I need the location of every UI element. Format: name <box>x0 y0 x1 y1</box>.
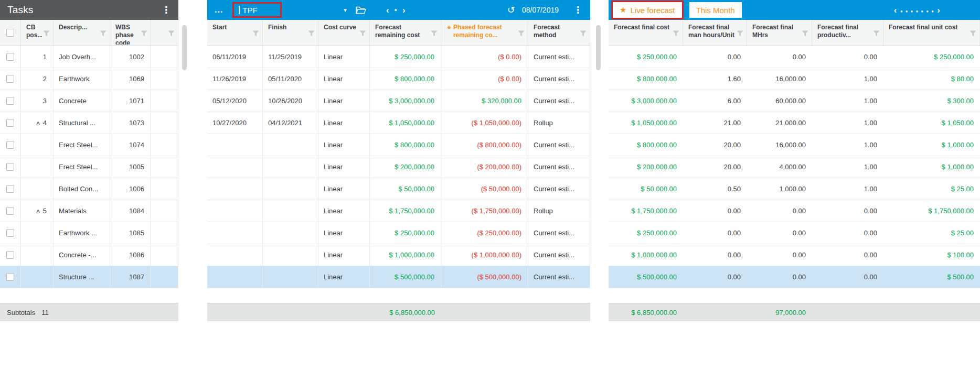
vertical-scrollbar[interactable] <box>182 21 187 318</box>
column-header-phased-forecast-remaining[interactable]: ★Phased forecast remaining co... <box>441 20 528 46</box>
filter-funnel-icon[interactable] <box>252 30 259 37</box>
chevron-left-icon[interactable]: ‹ <box>892 6 899 15</box>
forecast-row-1[interactable]: $ 250,000.000.000.000.00$ 250,000.00 <box>609 46 980 68</box>
cost-row-7[interactable]: Linear$ 50,000.00($ 50,000.00)Current es… <box>207 178 590 200</box>
filter-funnel-icon[interactable] <box>518 30 525 37</box>
task-row-7[interactable]: Bolted Con...1006 <box>0 178 178 200</box>
cost-row-11[interactable]: Linear$ 500,000.00($ 500,000.00)Current … <box>207 266 590 288</box>
scrollbar-thumb[interactable] <box>182 25 187 70</box>
filter-funnel-icon[interactable] <box>359 30 366 37</box>
page-dot[interactable]: ● <box>926 9 929 14</box>
forecast-row-3[interactable]: $ 3,000,000.006.0060,000.001.00$ 300.00 <box>609 90 980 112</box>
column-header-wbs-phase-code[interactable]: WBS phase code <box>110 20 151 46</box>
history-refresh-icon[interactable]: ↺ <box>507 4 515 16</box>
task-row-10[interactable]: Concrete -...1086 <box>0 244 178 266</box>
collapse-icon[interactable]: ∧ <box>36 120 41 126</box>
row-checkbox[interactable] <box>6 185 14 193</box>
filter-funnel-icon[interactable] <box>431 30 438 37</box>
forecast-row-9[interactable]: $ 250,000.000.000.000.00$ 25.00 <box>609 222 980 244</box>
task-row-1[interactable]: 1Job Overh...1002 <box>0 46 178 68</box>
data-date[interactable]: 08/07/2019 <box>522 6 559 14</box>
row-checkbox[interactable] <box>6 229 14 237</box>
chevron-right-icon[interactable]: › <box>400 6 408 15</box>
filter-funnel-icon[interactable] <box>873 30 880 37</box>
kebab-menu-icon[interactable]: ⋮ <box>566 4 590 16</box>
row-checkbox[interactable] <box>6 97 14 105</box>
forecast-row-5[interactable]: $ 800,000.0020.0016,000.001.00$ 1,000.00 <box>609 134 980 156</box>
select-all-checkbox[interactable] <box>6 29 14 37</box>
task-row-5[interactable]: Erect Steel...1074 <box>0 134 178 156</box>
view-name-input[interactable]: TPF <box>232 2 282 18</box>
filter-funnel-icon[interactable] <box>141 30 147 37</box>
column-header-cb-position[interactable]: CB pos... <box>21 20 54 46</box>
row-checkbox[interactable] <box>6 251 14 259</box>
row-checkbox[interactable] <box>6 75 14 83</box>
cost-row-5[interactable]: Linear$ 800,000.00($ 800,000.00)Current … <box>207 134 590 156</box>
column-header-finish[interactable]: Finish <box>263 20 318 46</box>
column-header-forecast-final-mhrs[interactable]: Forecast final MHrs <box>747 20 812 46</box>
forecast-row-11[interactable]: $ 500,000.000.000.000.00$ 500.00 <box>609 266 980 288</box>
task-row-6[interactable]: Erect Steel...1005 <box>0 156 178 178</box>
column-header-select[interactable] <box>0 20 21 46</box>
task-row-3[interactable]: 3Concrete1071 <box>0 90 178 112</box>
tab-this-month[interactable]: This Month <box>689 2 742 18</box>
filter-funnel-icon[interactable] <box>673 30 679 37</box>
column-header-forecast-final-man-hours-unit[interactable]: Forecast final man hours/Unit <box>683 20 747 46</box>
column-header-forecast-final-unit-cost[interactable]: Forecast final unit cost <box>883 20 980 46</box>
cost-row-1[interactable]: 06/11/201911/25/2019Linear$ 250,000.00($… <box>207 46 590 68</box>
forecast-row-7[interactable]: $ 50,000.000.501,000.001.00$ 25.00 <box>609 178 980 200</box>
column-header-forecast-final-cost[interactable]: Forecast final cost <box>609 20 683 46</box>
page-dot[interactable]: ● <box>900 9 903 14</box>
row-checkbox[interactable] <box>6 273 14 281</box>
tab-live-forecast[interactable]: ★ Live forecast <box>613 2 682 18</box>
column-header-blank[interactable] <box>151 20 178 46</box>
filter-funnel-icon[interactable] <box>580 30 587 37</box>
row-checkbox[interactable] <box>6 163 14 171</box>
cost-row-4[interactable]: 10/27/202004/12/2021Linear$ 1,050,000.00… <box>207 112 590 134</box>
task-row-2[interactable]: 2Earthwork1069 <box>0 68 178 90</box>
forecast-row-2[interactable]: $ 800,000.001.6016,000.001.00$ 80.00 <box>609 68 980 90</box>
kebab-menu-icon[interactable]: ⋮ <box>154 4 178 16</box>
caret-down-icon[interactable]: ▾ <box>344 7 347 14</box>
page-dot[interactable]: ● <box>931 9 934 14</box>
vertical-scrollbar[interactable] <box>596 21 601 318</box>
cost-row-3[interactable]: 05/12/202010/26/2020Linear$ 3,000,000.00… <box>207 90 590 112</box>
forecast-row-6[interactable]: $ 200,000.0020.004,000.001.00$ 1,000.00 <box>609 156 980 178</box>
chevron-right-icon[interactable]: › <box>935 6 942 15</box>
column-header-forecast-final-productivity[interactable]: Forecast final productiv... <box>812 20 883 46</box>
filter-funnel-icon[interactable] <box>737 30 743 37</box>
column-header-cost-curve[interactable]: Cost curve <box>318 20 370 46</box>
page-dot[interactable]: ● <box>915 9 918 14</box>
open-folder-icon[interactable] <box>356 6 366 14</box>
row-checkbox[interactable] <box>6 207 14 215</box>
filter-funnel-icon[interactable] <box>970 30 976 37</box>
column-header-start[interactable]: Start <box>207 20 263 46</box>
row-checkbox[interactable] <box>6 141 14 149</box>
collapse-icon[interactable]: ∧ <box>36 208 41 214</box>
cost-row-2[interactable]: 11/26/201905/11/2020Linear$ 800,000.00($… <box>207 68 590 90</box>
forecast-row-10[interactable]: $ 1,000,000.000.000.000.00$ 100.00 <box>609 244 980 266</box>
filter-funnel-icon[interactable] <box>43 30 50 37</box>
column-header-description[interactable]: Descrip... <box>54 20 110 46</box>
task-row-8[interactable]: ∧5Materials1084 <box>0 200 178 222</box>
filter-funnel-icon[interactable] <box>308 30 315 37</box>
cost-row-8[interactable]: Linear$ 1,750,000.00($ 1,750,000.00)Roll… <box>207 200 590 222</box>
forecast-row-4[interactable]: $ 1,050,000.0021.0021,000.001.00$ 1,050.… <box>609 112 980 134</box>
chevron-left-icon[interactable]: ‹ <box>384 6 391 15</box>
more-options-button[interactable]: ... <box>215 5 223 15</box>
filter-funnel-icon[interactable] <box>168 30 175 37</box>
forecast-row-8[interactable]: $ 1,750,000.000.000.000.00$ 1,750,000.00 <box>609 200 980 222</box>
page-dot[interactable]: ● <box>921 9 923 14</box>
column-header-forecast-method[interactable]: Forecast method <box>528 20 590 46</box>
page-dot[interactable]: ● <box>395 7 397 13</box>
page-dot[interactable]: ● <box>906 9 908 14</box>
filter-funnel-icon[interactable] <box>802 30 808 37</box>
column-header-forecast-remaining-cost[interactable]: Forecast remaining cost <box>370 20 441 46</box>
row-checkbox[interactable] <box>6 53 14 61</box>
filter-funnel-icon[interactable] <box>100 30 106 37</box>
page-dot[interactable]: ● <box>911 9 913 14</box>
cost-row-6[interactable]: Linear$ 200,000.00($ 200,000.00)Current … <box>207 156 590 178</box>
cost-row-9[interactable]: Linear$ 250,000.00($ 250,000.00)Current … <box>207 222 590 244</box>
cost-row-10[interactable]: Linear$ 1,000,000.00($ 1,000,000.00)Curr… <box>207 244 590 266</box>
task-row-4[interactable]: ∧4Structural ...1073 <box>0 112 178 134</box>
